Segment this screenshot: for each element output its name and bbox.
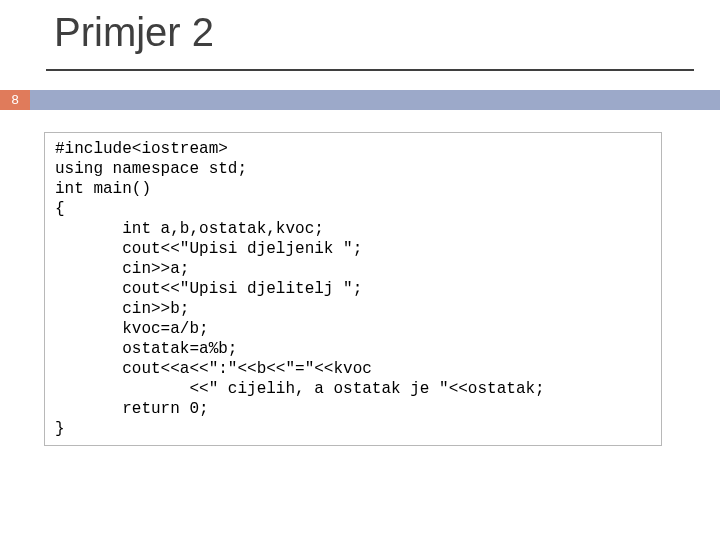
code-line: return 0;	[55, 400, 209, 418]
code-line: int a,b,ostatak,kvoc;	[55, 220, 324, 238]
slide-title: Primjer 2	[54, 10, 214, 55]
code-line: <<" cijelih, a ostatak je "<<ostatak;	[55, 380, 545, 398]
code-line: ostatak=a%b;	[55, 340, 237, 358]
code-line: }	[55, 420, 65, 438]
code-line: cout<<"Upisi djeljenik ";	[55, 240, 362, 258]
code-line: int main()	[55, 180, 151, 198]
title-underline	[46, 69, 694, 71]
slide: Primjer 2 8 #include<iostream> using nam…	[0, 0, 720, 540]
code-line: cin>>b;	[55, 300, 189, 318]
code-box: #include<iostream> using namespace std; …	[44, 132, 662, 446]
code-line: kvoc=a/b;	[55, 320, 209, 338]
code-line: #include<iostream>	[55, 140, 228, 158]
code-line: cout<<a<<":"<<b<<"="<<kvoc	[55, 360, 372, 378]
page-number: 8	[0, 90, 30, 110]
header-band	[30, 90, 720, 110]
code-line: using namespace std;	[55, 160, 247, 178]
code-block: #include<iostream> using namespace std; …	[55, 139, 651, 439]
code-line: {	[55, 200, 65, 218]
code-line: cout<<"Upisi djelitelj ";	[55, 280, 362, 298]
code-line: cin>>a;	[55, 260, 189, 278]
